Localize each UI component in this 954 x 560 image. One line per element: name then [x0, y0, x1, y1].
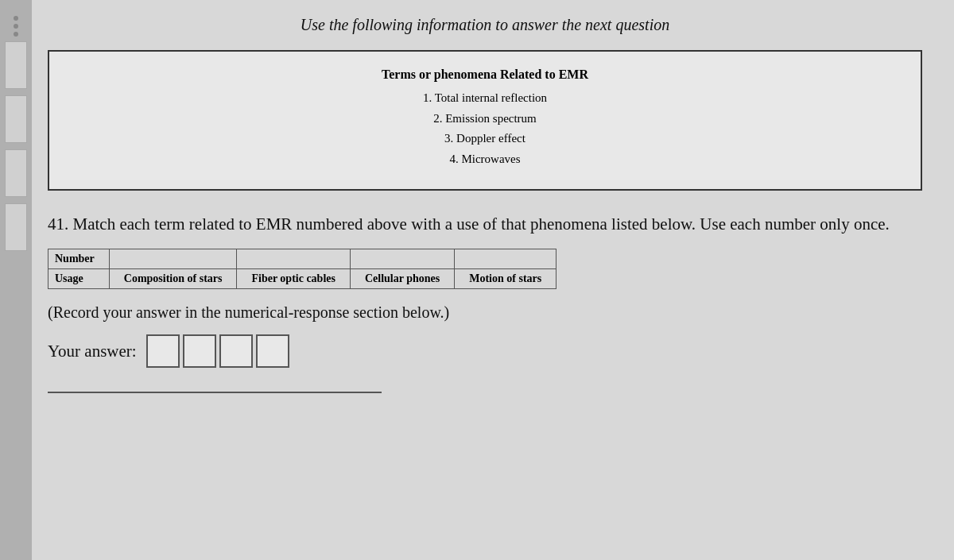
table-cell-fiber: Fiber optic cables	[237, 269, 351, 289]
sidebar-tab	[5, 95, 27, 143]
answer-box-3[interactable]	[219, 334, 253, 368]
table-cell-number-label: Number	[48, 249, 110, 269]
matching-table: Number Usage Composition of stars Fiber …	[48, 249, 556, 289]
answer-box-4[interactable]	[256, 334, 289, 368]
answer-boxes	[146, 334, 289, 368]
info-box-title: Terms or phenomena Related to EMR	[73, 68, 897, 82]
list-item: 3. Doppler effect	[73, 129, 897, 149]
answer-row: Your answer:	[48, 334, 922, 368]
info-box-list: 1. Total internal reflection 2. Emission…	[73, 88, 897, 169]
question-number: 41.	[48, 214, 68, 234]
record-text: (Record your answer in the numerical-res…	[48, 303, 922, 322]
list-item: 1. Total internal reflection	[73, 88, 897, 109]
table-cell-empty-1	[109, 249, 237, 269]
list-item: 2. Emission spectrum	[73, 109, 897, 129]
list-item: 4. Microwaves	[73, 149, 897, 170]
answer-box-1[interactable]	[146, 334, 180, 368]
table-cell-empty-3	[350, 249, 454, 269]
info-box: Terms or phenomena Related to EMR 1. Tot…	[48, 50, 922, 191]
sidebar-dot	[14, 16, 18, 21]
divider-line	[48, 392, 382, 393]
answer-box-2[interactable]	[183, 334, 216, 368]
table-cell-motion: Motion of stars	[455, 269, 556, 289]
question-text: 41. Match each term related to EMR numbe…	[48, 213, 922, 236]
sidebar-dot	[14, 32, 18, 37]
sidebar-tab	[5, 41, 27, 89]
question-body: Match each term related to EMR numbered …	[68, 214, 890, 234]
table-cell-empty-2	[237, 249, 351, 269]
table-cell-composition: Composition of stars	[109, 269, 237, 289]
table-cell-empty-4	[455, 249, 556, 269]
answer-label: Your answer:	[48, 342, 137, 361]
left-sidebar	[0, 0, 32, 560]
instruction-text: Use the following information to answer …	[48, 16, 922, 34]
main-content: Use the following information to answer …	[32, 0, 954, 560]
sidebar-tab	[5, 149, 27, 197]
sidebar-tab	[5, 203, 27, 251]
sidebar-dot	[14, 24, 18, 29]
table-container: Number Usage Composition of stars Fiber …	[48, 249, 922, 289]
table-cell-cellular: Cellular phones	[350, 269, 454, 289]
table-cell-usage-label: Usage	[48, 269, 110, 289]
